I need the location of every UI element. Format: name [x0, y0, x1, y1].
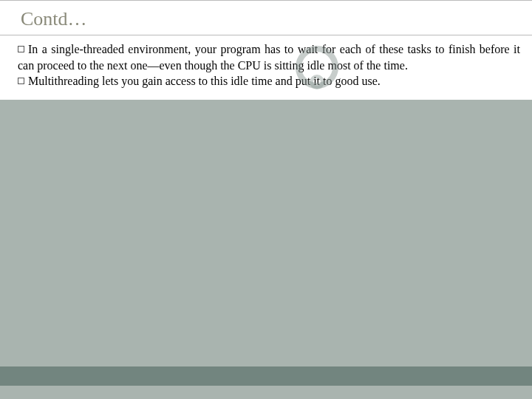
square-bullet-icon: [18, 46, 24, 52]
slide-body: In a single-threaded environment, your p…: [0, 35, 532, 100]
slide-title: Contd…: [21, 8, 511, 30]
slide: Contd… In a single-threaded environment,…: [0, 0, 532, 399]
bullet-text: Multithreading lets you gain access to t…: [28, 75, 381, 87]
bullet-item: Multithreading lets you gain access to t…: [18, 73, 520, 89]
bullet-text: In a single-threaded environment, your p…: [18, 43, 520, 72]
footer-bar: [0, 366, 532, 386]
square-bullet-icon: [18, 78, 24, 84]
slide-header: Contd…: [0, 0, 532, 35]
bullet-item: In a single-threaded environment, your p…: [18, 41, 520, 73]
